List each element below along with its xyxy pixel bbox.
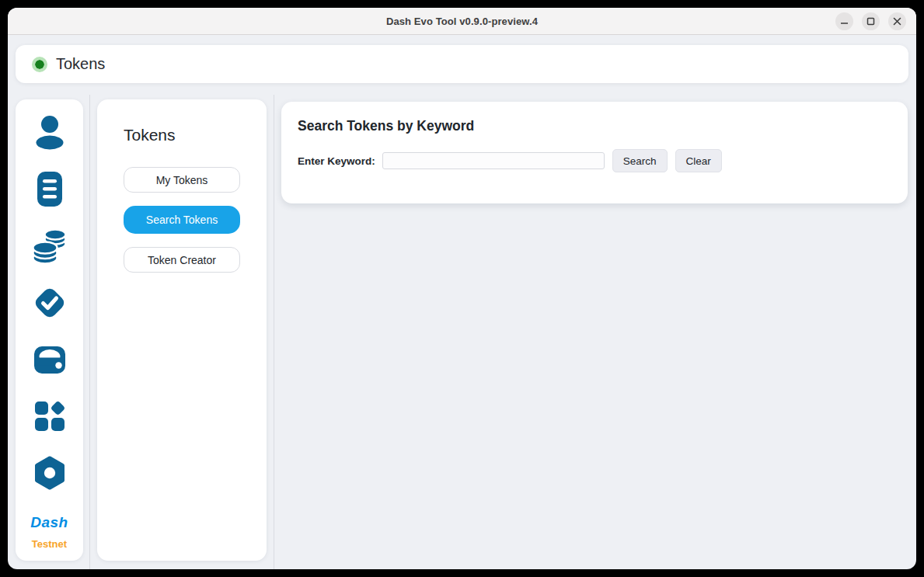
person-icon	[33, 115, 67, 151]
keyword-input[interactable]	[382, 152, 605, 169]
minimize-button[interactable]	[835, 12, 853, 30]
app-window: Dash Evo Tool v0.9.0-preview.4 Tokens	[8, 8, 916, 569]
dash-logo: Dash	[30, 514, 68, 531]
sidebar-item-tokens[interactable]	[32, 228, 68, 264]
document-icon	[33, 171, 67, 208]
sidebar-item-proofs[interactable]	[32, 285, 68, 321]
maximize-button[interactable]	[862, 12, 880, 30]
panel-title: Tokens	[124, 126, 240, 144]
sidebar-footer: Dash Testnet	[30, 514, 68, 550]
minimize-icon	[840, 17, 849, 26]
header-status-card: Tokens	[16, 45, 908, 83]
blocks-grid-icon	[31, 398, 68, 435]
nav-button-my-tokens[interactable]: My Tokens	[124, 167, 240, 193]
keyword-label: Enter Keyword:	[298, 155, 375, 167]
tokens-nav-panel: Tokens My Tokens Search Tokens Token Cre…	[97, 99, 267, 561]
coins-icon	[32, 228, 68, 265]
wallet-icon	[32, 342, 68, 377]
window-controls	[835, 12, 916, 30]
search-heading: Search Tokens by Keyword	[298, 118, 891, 134]
network-badge: Testnet	[32, 538, 67, 550]
sidebar-item-settings[interactable]	[32, 455, 68, 491]
titlebar: Dash Evo Tool v0.9.0-preview.4	[8, 8, 916, 35]
sidebar-item-platform[interactable]	[32, 398, 68, 434]
search-row: Enter Keyword: Search Clear	[298, 149, 891, 172]
divider-sidebar	[89, 95, 90, 569]
nav-button-search-tokens[interactable]: Search Tokens	[124, 206, 240, 234]
divider-panel	[274, 95, 274, 569]
sidebar-item-wallet[interactable]	[32, 342, 68, 377]
search-button[interactable]: Search	[612, 149, 668, 172]
window-title: Dash Evo Tool v0.9.0-preview.4	[8, 16, 916, 27]
content-area: Dash Testnet Tokens My Tokens Search Tok…	[8, 92, 916, 569]
header-status-label: Tokens	[56, 55, 105, 73]
icon-sidebar: Dash Testnet	[16, 99, 83, 561]
nav-button-token-creator[interactable]: Token Creator	[124, 247, 240, 273]
close-button[interactable]	[888, 12, 906, 30]
status-dot-icon	[32, 57, 47, 72]
close-icon	[893, 17, 901, 26]
search-tokens-card: Search Tokens by Keyword Enter Keyword: …	[281, 102, 908, 203]
clear-button[interactable]: Clear	[675, 149, 722, 172]
sidebar-item-contracts[interactable]	[32, 172, 68, 207]
maximize-icon	[866, 17, 875, 26]
check-badge-icon	[31, 284, 68, 322]
sidebar-item-identities[interactable]	[32, 115, 68, 151]
nut-icon	[31, 454, 68, 492]
